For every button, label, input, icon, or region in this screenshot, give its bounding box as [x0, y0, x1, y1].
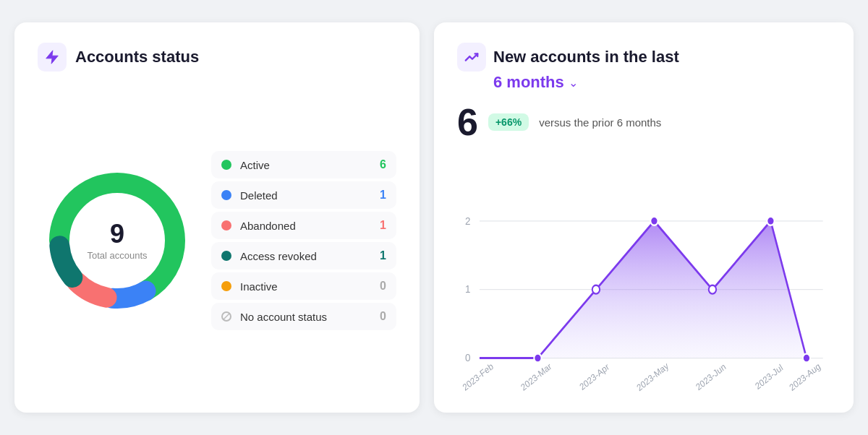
new-accounts-header: New accounts in the last 6 months ⌄	[457, 43, 830, 92]
no-status-count: 0	[380, 310, 386, 323]
inactive-dot	[221, 281, 231, 291]
active-dot	[221, 160, 231, 170]
svg-text:2023-Jun: 2023-Jun	[694, 361, 728, 392]
accounts-status-card: Accounts status	[14, 22, 420, 413]
new-accounts-icon-title: New accounts in the last	[457, 43, 830, 72]
accounts-status-title: Accounts status	[75, 48, 199, 66]
access-revoked-dot	[221, 251, 231, 261]
svg-text:2023-May: 2023-May	[635, 360, 671, 392]
legend-item-active: Active 6	[211, 151, 396, 178]
legend-item-no-status: No account status 0	[211, 303, 396, 330]
data-point-jun	[709, 285, 716, 294]
line-chart: 0 1 2	[457, 152, 830, 392]
active-count: 6	[380, 158, 386, 171]
access-revoked-label: Access revoked	[240, 250, 380, 262]
active-label: Active	[240, 159, 380, 171]
dashboard: Accounts status	[0, 0, 868, 435]
svg-text:2023-Aug: 2023-Aug	[788, 361, 822, 392]
abandoned-count: 1	[380, 219, 386, 232]
no-status-label: No account status	[240, 311, 380, 323]
legend-item-deleted: Deleted 1	[211, 181, 396, 209]
svg-text:2023-Jul: 2023-Jul	[754, 362, 785, 392]
abandoned-label: Abandoned	[240, 220, 380, 232]
card-header: Accounts status	[38, 43, 396, 72]
new-accounts-title: New accounts in the last	[493, 48, 679, 66]
svg-text:0: 0	[465, 351, 470, 363]
inactive-label: Inactive	[240, 280, 380, 293]
chevron-down-icon[interactable]: ⌄	[569, 76, 578, 90]
months-label[interactable]: 6 months	[493, 73, 564, 92]
accounts-body: 9 Total accounts Active 6 Deleted 1	[38, 89, 396, 392]
svg-line-0	[224, 314, 229, 319]
donut-center: 9 Total accounts	[87, 221, 147, 261]
data-point-feb	[534, 354, 541, 363]
svg-text:2023-Apr: 2023-Apr	[578, 361, 611, 392]
deleted-label: Deleted	[240, 189, 380, 202]
total-number: 9	[87, 221, 147, 247]
access-revoked-count: 1	[380, 249, 386, 262]
donut-chart: 9 Total accounts	[38, 161, 197, 320]
legend: Active 6 Deleted 1 Abandoned 1	[211, 151, 396, 330]
data-point-may	[650, 217, 658, 225]
svg-text:1: 1	[465, 283, 470, 296]
trend-icon	[457, 43, 486, 72]
data-point-jul	[767, 217, 774, 225]
abandoned-dot	[221, 220, 231, 231]
new-accounts-subtitle: 6 months ⌄	[493, 73, 830, 92]
stats-row: 6 +66% versus the prior 6 months	[457, 103, 830, 141]
deleted-count: 1	[380, 189, 386, 202]
legend-item-inactive: Inactive 0	[211, 272, 396, 300]
deleted-dot	[221, 190, 231, 200]
big-number: 6	[457, 103, 478, 141]
svg-text:2023-Mar: 2023-Mar	[519, 361, 553, 392]
vs-text: versus the prior 6 months	[539, 116, 661, 129]
svg-text:2: 2	[465, 215, 470, 227]
data-point-apr	[592, 285, 600, 294]
legend-item-access-revoked: Access revoked 1	[211, 242, 396, 270]
inactive-count: 0	[380, 280, 386, 293]
growth-badge: +66%	[488, 113, 529, 131]
svg-text:2023-Feb: 2023-Feb	[461, 361, 495, 392]
data-point-aug	[803, 354, 810, 363]
legend-item-abandoned: Abandoned 1	[211, 212, 396, 239]
total-label: Total accounts	[87, 250, 147, 261]
new-accounts-card: New accounts in the last 6 months ⌄ 6 +6…	[434, 22, 854, 413]
lightning-icon	[38, 43, 67, 72]
no-status-dot	[221, 311, 231, 322]
